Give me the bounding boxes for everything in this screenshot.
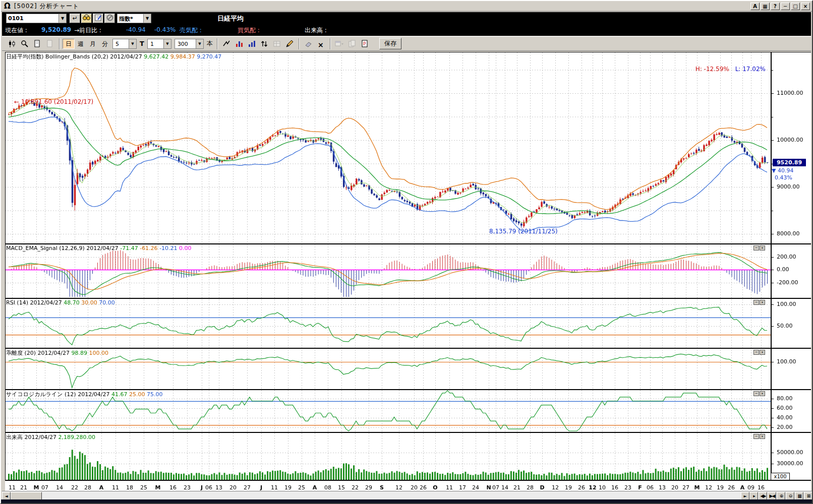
panel-close-button-macd[interactable]: × <box>760 245 765 250</box>
tick-interval-value[interactable]: 1 <box>148 39 163 48</box>
panel-minimize-button-psy[interactable]: ─ <box>753 391 759 396</box>
delete-all-button[interactable]: × <box>315 38 327 49</box>
magnifier-icon <box>21 40 29 48</box>
sort-arrows-button[interactable] <box>258 38 270 49</box>
volume-unit-label: x100 <box>771 473 790 480</box>
period-week-button[interactable]: 週 <box>75 39 87 49</box>
tick-label: T <box>140 40 144 47</box>
save-button[interactable]: 保存 <box>379 38 401 49</box>
toolbar-separator <box>330 38 331 49</box>
page-p-icon: P <box>361 40 369 48</box>
chevron-down-icon[interactable]: ▼ <box>163 39 171 48</box>
panel-close-button-rsi[interactable]: × <box>760 300 765 305</box>
instrument-name: 日経平均 <box>217 14 244 23</box>
memo-button[interactable] <box>93 14 103 23</box>
copy-chart-button[interactable] <box>346 38 358 49</box>
period-month-button[interactable]: 月 <box>87 39 99 49</box>
price-change-readout: ▼ 40.94 <box>772 167 793 174</box>
panel-header-part: RSI (14) 2012/04/27 <box>6 299 64 306</box>
trend-line-button[interactable] <box>220 38 233 49</box>
eraser-button[interactable] <box>302 38 314 49</box>
enter-button[interactable]: ↵ <box>70 14 80 23</box>
prev-change-label: →前日比 : <box>74 26 101 35</box>
low-pct-value: L: 17.02% <box>735 66 766 73</box>
toolbar-separator <box>217 38 218 49</box>
panel-header-part: 出来高 2012/04/27 <box>6 434 58 440</box>
x-icon: × <box>318 41 324 49</box>
panel-header-vol: 出来高 2012/04/27 2,189,280.00 <box>6 433 95 441</box>
panel-header-part: 9,984.37 <box>170 53 197 60</box>
period-minute-button[interactable]: 分 <box>99 39 111 49</box>
binoculars-icon <box>83 14 90 21</box>
page-copy-icon <box>46 40 54 48</box>
high-pct-value: H: -12.59% <box>695 66 729 73</box>
layout-button[interactable]: ▦ <box>761 3 770 10</box>
bars-unit-label: 本 <box>207 39 213 48</box>
desktop-strip <box>1 499 812 503</box>
period-day-button[interactable]: 日 <box>63 39 75 49</box>
volume-bars-button[interactable] <box>246 38 258 49</box>
pencil-icon <box>285 40 294 48</box>
symbol-code-input[interactable]: 0101 ▼ <box>6 14 67 23</box>
draw-pencil-button[interactable] <box>283 38 296 49</box>
panel-minimize-button-kairi[interactable]: ─ <box>753 350 759 355</box>
trend-line-icon <box>222 40 230 48</box>
bar-count-value[interactable]: 300 <box>175 39 196 48</box>
symbol-code-value[interactable]: 0101 <box>7 14 59 23</box>
no-entry-icon <box>106 14 113 21</box>
toolbar-separator <box>299 38 300 49</box>
minute-interval-value[interactable]: 5 <box>113 39 129 48</box>
font-button[interactable]: A <box>750 3 760 10</box>
chart-canvas[interactable] <box>5 52 811 491</box>
panel-header-part: -61.26 <box>140 245 159 251</box>
copy-page-button[interactable] <box>44 38 56 49</box>
panel-header-kairi: 乖離度 (20) 2012/04/27 98.89 100.00 <box>6 349 108 357</box>
grid-icon <box>273 40 281 48</box>
panel-header-part: 9,627.42 <box>144 53 170 60</box>
minute-interval-select[interactable]: 5▼ <box>112 39 137 49</box>
bar-count-select[interactable]: 300▼ <box>175 39 204 49</box>
new-page-button[interactable] <box>31 38 43 49</box>
candlestick-chart-button[interactable] <box>6 38 18 49</box>
panel-minimize-button-rsi[interactable]: ─ <box>753 300 759 305</box>
window-mode-button[interactable] <box>333 38 345 49</box>
chevron-down-icon[interactable]: ▼ <box>143 14 151 23</box>
panel-header-part: 41.67 <box>111 391 129 398</box>
chevron-down-icon[interactable]: ▼ <box>59 14 66 23</box>
index-type-select[interactable]: 指数* ▼ <box>117 14 151 23</box>
help-button[interactable]: ? <box>771 3 780 10</box>
app-window: Ω [5002] 分析チャート A▦?─□× 0101 ▼ ↵ 指数* ▼ 日経… <box>0 0 813 504</box>
eraser-icon <box>304 40 312 48</box>
panel-header-part: 日経平均(指数) Bollinger_Bands (20,2) 2012/04/… <box>6 53 144 60</box>
panel-minimize-button-macd[interactable]: ─ <box>753 245 759 250</box>
pages-icon <box>348 40 356 48</box>
zoom-tool-button[interactable] <box>19 38 31 49</box>
minimize-button[interactable]: ─ <box>781 3 790 10</box>
clear-mark-button[interactable] <box>104 14 115 23</box>
search-binoculars-button[interactable] <box>81 14 92 23</box>
panel-minimize-button-vol[interactable]: ─ <box>753 434 759 439</box>
indicator-bars-button[interactable] <box>233 38 245 49</box>
print-page-button[interactable]: P <box>359 38 371 49</box>
index-type-value[interactable]: 指数* <box>118 14 143 23</box>
panel-header-part: 98.89 <box>71 350 89 356</box>
panel-close-button-psy[interactable]: × <box>760 391 765 396</box>
ask-label: 売気配 : <box>180 26 202 35</box>
red-blue-bars-icon <box>235 40 243 48</box>
panel-close-button-kairi[interactable]: × <box>760 350 765 355</box>
high-low-readout: H: -12.59%L: 17.02% <box>636 58 766 80</box>
close-button[interactable]: × <box>801 3 810 10</box>
panel-close-button-vol[interactable]: × <box>760 434 765 439</box>
toolbar-separator <box>59 38 60 49</box>
tick-interval-select[interactable]: 1▼ <box>147 39 171 49</box>
chevron-down-icon[interactable]: ▼ <box>196 39 203 48</box>
chevron-down-icon[interactable]: ▼ <box>129 39 136 48</box>
panel-header-part: 100.00 <box>89 350 108 356</box>
panel-header-part: 0.00 <box>179 245 192 251</box>
grid-table-button[interactable] <box>271 38 283 49</box>
maximize-button[interactable]: □ <box>791 3 800 10</box>
app-logo-icon: Ω <box>4 2 11 11</box>
bid-label: 買気配 : <box>238 26 260 35</box>
panel-header-part: サイコロジカルライン (12) 2012/04/27 <box>6 391 111 398</box>
current-price-badge: 9520.89 <box>773 159 806 166</box>
